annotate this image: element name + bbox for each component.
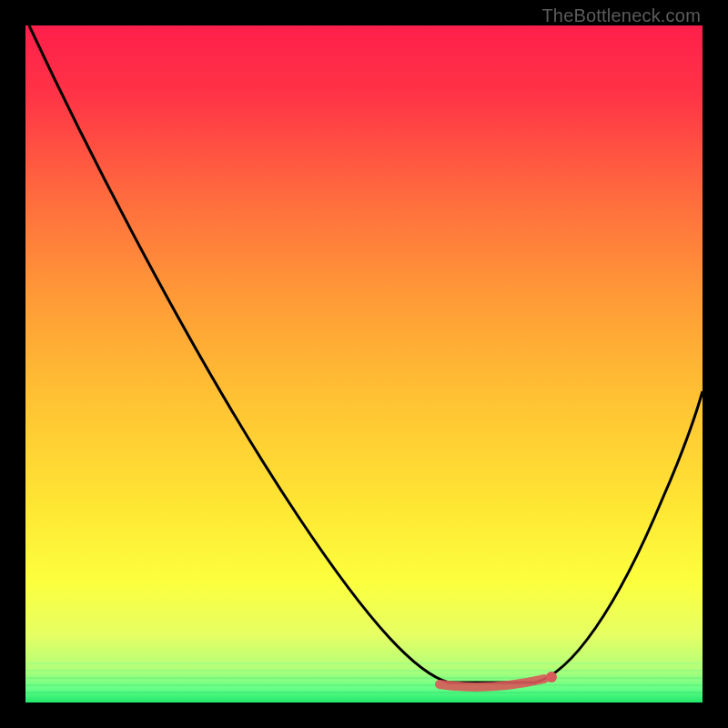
bottleneck-curve xyxy=(25,25,703,703)
plot-area xyxy=(25,25,703,703)
curve-line xyxy=(29,25,703,682)
watermark-text: TheBottleneck.com xyxy=(541,5,701,26)
optimal-range-marker xyxy=(440,679,544,687)
optimal-point-marker xyxy=(546,672,557,682)
chart-canvas: TheBottleneck.com xyxy=(0,0,728,728)
